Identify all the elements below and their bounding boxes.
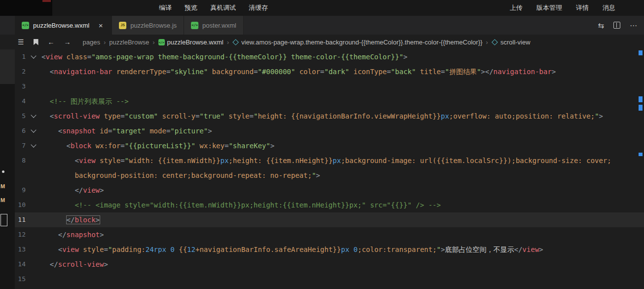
- titlebar-left-zone: [0, 0, 52, 16]
- vertical-scrollbar[interactable]: [637, 49, 644, 289]
- token: =: [320, 68, 324, 76]
- modified-badge: M: [0, 183, 5, 189]
- fold-area: [26, 242, 41, 257]
- forward-arrow-icon[interactable]: →: [64, 39, 71, 45]
- bookmark-icon[interactable]: [34, 39, 38, 45]
- token: 24rpx: [146, 246, 166, 253]
- token: "target": [112, 127, 145, 135]
- token: ;height: {{item.nHeight}}: [228, 157, 333, 165]
- more-actions-icon[interactable]: ⋯: [630, 22, 637, 29]
- code-line[interactable]: 11 </block>: [0, 212, 644, 227]
- code-lines: 1<view class="amos-page-wrap theme-backg…: [0, 49, 644, 287]
- token: [349, 246, 353, 253]
- breadcrumb-item-folder[interactable]: puzzleBrowse: [109, 39, 149, 46]
- code-line[interactable]: 7 <block wx:for="{{pictureList}}" wx:key…: [0, 138, 644, 153]
- gutter-dot-decoration: [2, 170, 4, 173]
- code-line[interactable]: 3: [0, 79, 644, 94]
- token: =: [104, 246, 108, 253]
- token: rendererType: [112, 68, 166, 76]
- breadcrumb: pages›puzzleBrowse›</>puzzleBrowse.wxml›…: [83, 39, 644, 46]
- breadcrumb-label: pages: [83, 39, 100, 46]
- token: type: [100, 112, 120, 120]
- token: <: [58, 127, 62, 135]
- code-line[interactable]: 9 </view>: [0, 183, 644, 198]
- fold-area[interactable]: [26, 49, 41, 64]
- strip-spacer: [0, 94, 15, 109]
- menu-item[interactable]: 真机调试: [210, 3, 236, 12]
- code-line[interactable]: 4 <!-- 图片列表展示 -->: [0, 94, 644, 109]
- tab-close-icon[interactable]: ×: [97, 21, 105, 30]
- back-arrow-icon[interactable]: ←: [48, 39, 55, 45]
- token: =: [387, 68, 391, 76]
- split-editor-icon[interactable]: [613, 22, 620, 29]
- topbar-menu-right: 上传版本管理详情消息: [510, 0, 615, 16]
- breadcrumb-item-file[interactable]: </>puzzleBrowse.wxml: [158, 39, 224, 46]
- menu-item[interactable]: 编译: [159, 3, 172, 12]
- editor-nav-tools: ☰←→: [18, 39, 71, 45]
- token: scroll-y: [158, 112, 195, 120]
- menu-item[interactable]: 版本管理: [536, 3, 562, 12]
- token: navigation-bar: [493, 68, 552, 76]
- wxml-file-icon: </>: [158, 39, 165, 45]
- outline-list-icon[interactable]: ☰: [18, 39, 24, 45]
- line-number: [15, 168, 26, 183]
- code-line[interactable]: 15: [0, 272, 644, 287]
- code-line[interactable]: 8 <view style="width: {{item.nWidth}}px;…: [0, 153, 644, 168]
- token: "shareKey": [228, 142, 270, 150]
- code-editor[interactable]: 1<view class="amos-page-wrap theme-backg…: [0, 49, 644, 289]
- fold-area: [26, 153, 41, 168]
- line-number: 3: [15, 79, 26, 94]
- code-line[interactable]: 1<view class="amos-page-wrap theme-backg…: [0, 49, 644, 64]
- strip-spacer: [0, 49, 15, 64]
- compare-editors-icon[interactable]: ⇆: [598, 22, 604, 29]
- code-line[interactable]: 2 <navigation-bar rendererType="skyline"…: [0, 64, 644, 79]
- fold-area: [26, 257, 41, 272]
- token: >: [441, 246, 445, 253]
- token: view: [79, 157, 96, 165]
- token: >: [316, 171, 320, 179]
- fold-area: [26, 183, 41, 198]
- breadcrumb-item-symbol[interactable]: scroll-view: [492, 39, 530, 46]
- token: "dark": [324, 68, 349, 76]
- code-text: <view class="amos-page-wrap theme-backgr…: [41, 49, 408, 64]
- bracket-match-highlight: </block>: [67, 216, 100, 224]
- fold-area[interactable]: [26, 109, 41, 124]
- token: ": [125, 157, 129, 165]
- menu-item[interactable]: 详情: [576, 3, 589, 12]
- menu-item[interactable]: 上传: [510, 3, 523, 12]
- breadcrumb-item-symbol[interactable]: view.amos-page-wrap.theme-background-{{t…: [232, 39, 483, 46]
- tab-puzzleBrowse.wxml[interactable]: </>puzzleBrowse.wxml×: [15, 16, 112, 35]
- code-line[interactable]: 6 <snapshot id="target" mode="picture">: [0, 124, 644, 138]
- token: >: [599, 112, 603, 120]
- code-line[interactable]: 12 </snapshot>: [0, 227, 644, 242]
- code-text: </scroll-view>: [41, 257, 108, 272]
- token: scroll-view: [58, 260, 104, 268]
- token: </: [67, 216, 75, 224]
- fold-area[interactable]: [26, 138, 41, 153]
- tab-puzzleBrowse.js[interactable]: JSpuzzleBrowse.js: [112, 16, 184, 35]
- code-line[interactable]: 10 <!-- <image style="width:{{item.nWidt…: [0, 198, 644, 212]
- code-line[interactable]: 5 <scroll-view type="custom" scroll-y="t…: [0, 109, 644, 124]
- token: <: [67, 142, 71, 150]
- line-number: 9: [15, 183, 26, 198]
- line-number: 11: [15, 212, 26, 227]
- code-line[interactable]: background-position: center;background-r…: [0, 168, 644, 183]
- token: wx:key: [195, 142, 225, 150]
- menu-item[interactable]: 清缓存: [249, 3, 268, 12]
- token: 12: [187, 246, 195, 253]
- token: block: [71, 142, 91, 150]
- token: "{{pictureList}}": [125, 142, 195, 150]
- token: view: [83, 186, 100, 194]
- menu-item[interactable]: 消息: [603, 3, 615, 12]
- tab-poster.wxml[interactable]: </>poster.wxml: [184, 16, 244, 35]
- fold-area[interactable]: [26, 124, 41, 138]
- breadcrumb-item-folder[interactable]: pages: [83, 39, 100, 46]
- code-line[interactable]: 14 </scroll-view>: [0, 257, 644, 272]
- scrollbar-decoration: [639, 50, 643, 55]
- breadcrumb-separator-icon: ›: [152, 39, 154, 46]
- menu-item[interactable]: 预览: [185, 3, 197, 12]
- fold-area: [26, 212, 41, 227]
- code-line[interactable]: 13 <view style="padding:24rpx 0 {{12+nav…: [0, 242, 644, 257]
- line-number: 7: [15, 138, 26, 153]
- modified-badge: M: [0, 197, 5, 203]
